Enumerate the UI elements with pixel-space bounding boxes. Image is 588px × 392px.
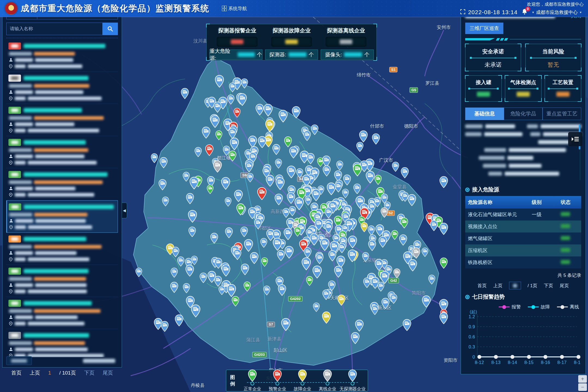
- page-next[interactable]: 下页: [84, 369, 94, 376]
- person-icon: [9, 58, 13, 62]
- notification-bell-icon[interactable]: 0: [522, 9, 527, 16]
- table-row[interactable]: 视频接入点位: [465, 220, 581, 232]
- blurred-text: [9, 245, 32, 249]
- blurred-text: [530, 132, 540, 136]
- blurred-text: [561, 212, 570, 216]
- datetime-text: 2022-08-18 13:14: [468, 9, 517, 16]
- company-card[interactable]: [6, 104, 118, 136]
- blurred-text: [34, 341, 85, 345]
- promise-card-value: 未承诺: [485, 61, 502, 69]
- company-card-selected[interactable]: [6, 200, 118, 233]
- location-pin-icon: [9, 289, 13, 293]
- trend-chart: (起)00.30.60.91.28-128-138-148-158-168-17…: [465, 310, 581, 372]
- page-current[interactable]: 1: [48, 370, 51, 376]
- trend-section-header: 七日报警趋势: [465, 293, 581, 301]
- table-row[interactable]: 燃气储罐区: [465, 232, 581, 244]
- blurred-text: [507, 156, 533, 160]
- blurred-text: [484, 148, 506, 152]
- org-name[interactable]: 成都市应急救援中心: [536, 9, 578, 16]
- hz-page-next[interactable]: 下页: [544, 283, 553, 289]
- hazard-record-count: 共 5 条记录: [465, 272, 581, 278]
- legend-node-icon: [301, 382, 304, 385]
- blurred-text: [24, 269, 88, 273]
- promise-card-1: 当前风险 暂无: [525, 44, 581, 71]
- promise-card-value: 暂无: [548, 61, 559, 69]
- svg-text:1.2: 1.2: [468, 314, 475, 319]
- tab-2[interactable]: 重点监管工艺: [543, 108, 581, 120]
- blurred-text: [9, 148, 32, 152]
- fault-pin-icon: [298, 369, 307, 383]
- map-zoom-control: + −: [578, 375, 587, 391]
- page-size-box[interactable]: [6, 356, 32, 365]
- location-pin-icon: [9, 257, 13, 261]
- company-sidebar: 行政区 ▼ 首页 上页 1 / 101页 下页: [2, 3, 122, 367]
- legend-item-offline: 离线企业: [315, 369, 340, 392]
- page-prev[interactable]: 上页: [30, 369, 40, 376]
- person-icon: [9, 122, 13, 126]
- system-nav-button[interactable]: 系统导航: [222, 5, 247, 12]
- count-card-title: 气体检测点: [510, 79, 536, 86]
- tab-1[interactable]: 危险化学品: [504, 108, 543, 120]
- svg-text:8-15: 8-15: [524, 360, 534, 365]
- search-button[interactable]: [103, 23, 118, 35]
- search-input[interactable]: [6, 23, 103, 35]
- company-card[interactable]: [6, 297, 118, 329]
- company-card[interactable]: [6, 265, 118, 297]
- hz-page-input[interactable]: [509, 282, 521, 289]
- decor-divider: [465, 38, 581, 41]
- table-row[interactable]: 铁路栈桥区: [465, 256, 581, 268]
- page-last[interactable]: 尾页: [103, 369, 113, 376]
- hz-page-last[interactable]: 尾页: [560, 283, 569, 289]
- blurred-text: [24, 140, 86, 145]
- table-header: 状态: [558, 196, 581, 209]
- trend-legend-item[interactable]: 报警: [499, 304, 521, 310]
- company-card[interactable]: [6, 168, 118, 200]
- trend-section-title: 七日报警趋势: [472, 293, 505, 301]
- fullscreen-icon[interactable]: [460, 9, 465, 15]
- offline-pin-icon: [323, 369, 332, 383]
- blurred-text: [11, 302, 18, 305]
- hz-page-first[interactable]: 首页: [477, 283, 487, 289]
- zoom-out-button[interactable]: −: [578, 383, 587, 391]
- blurred-text: [15, 97, 26, 100]
- blurred-text: [15, 187, 33, 190]
- blurred-text: [465, 132, 482, 136]
- map-legend-panel: 图例 正常企业 预警企业 故障企业 离线企业 无探测器企业: [226, 370, 368, 391]
- blurred-text: [15, 225, 26, 229]
- company-card[interactable]: [6, 40, 118, 72]
- blurred-text: [9, 84, 32, 88]
- trend-legend-item[interactable]: 故障: [528, 304, 550, 310]
- table-row[interactable]: 压缩机区: [465, 244, 581, 256]
- trend-legend-item[interactable]: 离线: [557, 304, 579, 310]
- blurred-text: [15, 129, 26, 132]
- person-icon: [9, 90, 13, 94]
- company-card[interactable]: [6, 72, 118, 104]
- count-card-2: 工艺装置: [545, 75, 581, 102]
- location-pin-icon: [9, 161, 13, 165]
- status-badge: [9, 203, 21, 210]
- zoom-in-button[interactable]: +: [578, 375, 587, 383]
- page-first[interactable]: 首页: [11, 369, 22, 376]
- company-card[interactable]: [6, 329, 118, 357]
- svg-text:0.3: 0.3: [468, 344, 475, 350]
- svg-text:0.9: 0.9: [468, 324, 475, 329]
- blurred-text: [35, 187, 75, 190]
- legend-item-no_detector: 无探测器企业: [340, 369, 365, 392]
- status-badge: [8, 107, 21, 114]
- tab-0[interactable]: 基础信息: [465, 108, 504, 120]
- grid-icon: [222, 6, 226, 11]
- panel-flyout-button[interactable]: [568, 132, 582, 146]
- sidebar-collapse-tab[interactable]: ◀: [122, 203, 127, 218]
- company-card[interactable]: [6, 136, 118, 168]
- blurred-text: [541, 124, 581, 128]
- 3d-tour-button[interactable]: 三维厂区巡查: [465, 23, 503, 34]
- blurred-text: [505, 172, 559, 176]
- blurred-text: [35, 122, 74, 126]
- app-title: 成都市重大危险源（危险化学品）监测预警系统: [21, 3, 209, 14]
- hz-page-prev[interactable]: 上页: [493, 283, 503, 289]
- company-card[interactable]: [6, 233, 118, 265]
- person-icon: [9, 283, 13, 287]
- svg-text:8-14: 8-14: [508, 360, 517, 365]
- table-row[interactable]: 液化石油气储罐区单元一级: [465, 209, 581, 220]
- blurred-text: [35, 58, 73, 62]
